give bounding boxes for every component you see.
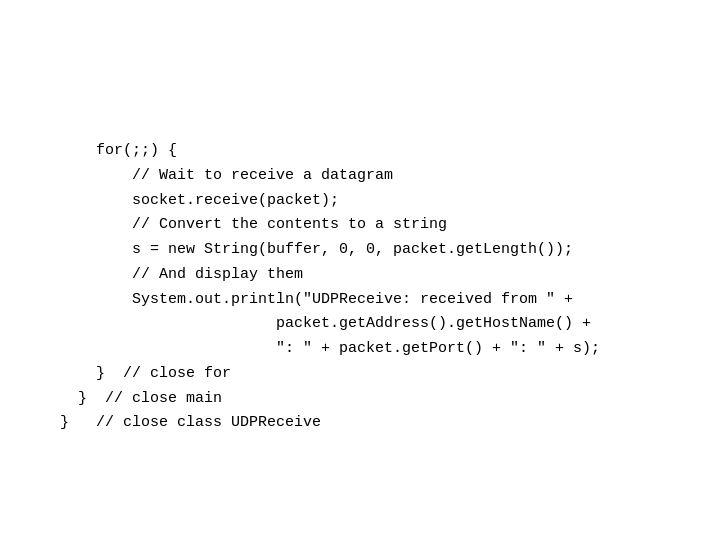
- code-line-0: [60, 90, 660, 115]
- code-line-5: // Convert the contents to a string: [60, 213, 660, 238]
- code-line-6: s = new String(buffer, 0, 0, packet.getL…: [60, 238, 660, 263]
- code-line-3: // Wait to receive a datagram: [60, 164, 660, 189]
- code-line-8: System.out.println("UDPReceive: received…: [60, 288, 660, 313]
- code-line-4: socket.receive(packet);: [60, 189, 660, 214]
- code-block: for(;;) { // Wait to receive a datagram …: [0, 0, 720, 501]
- code-line-10: ": " + packet.getPort() + ": " + s);: [60, 337, 660, 362]
- code-line-1: [60, 114, 660, 139]
- code-line-13: } // close class UDPReceive: [60, 411, 660, 436]
- code-line-12: } // close main: [60, 387, 660, 412]
- code-line-11: } // close for: [60, 362, 660, 387]
- code-line-7: // And display them: [60, 263, 660, 288]
- code-line-2: for(;;) {: [60, 139, 660, 164]
- code-line-9: packet.getAddress().getHostName() +: [60, 312, 660, 337]
